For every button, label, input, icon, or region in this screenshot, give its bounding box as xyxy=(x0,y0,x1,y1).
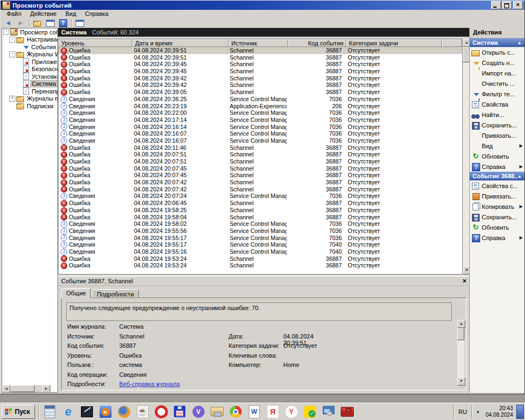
taskbar-icon-java[interactable]: ☕ xyxy=(133,404,152,419)
action-item[interactable]: Сохранить... xyxy=(470,212,524,222)
event-row[interactable]: !Ошибка04.08.2024 20:07:45Schannel36887О… xyxy=(59,172,462,179)
event-row[interactable]: iСведения04.08.2024 19:58:02Service Cont… xyxy=(59,220,462,228)
scroll-thumb[interactable] xyxy=(457,328,464,340)
restore-button[interactable] xyxy=(502,1,512,9)
event-row[interactable]: !Ошибка04.08.2024 20:39:51Schannel36887О… xyxy=(59,47,462,54)
action-item[interactable]: Очистить ... xyxy=(470,78,524,89)
menu-action[interactable]: Действие xyxy=(26,10,60,18)
forward-button[interactable]: ► xyxy=(15,19,26,28)
taskbar-icon-yandex-browser[interactable]: Y xyxy=(282,404,301,419)
action-item[interactable]: Свойства xyxy=(470,99,524,109)
action-item[interactable]: ?Справка▶ xyxy=(470,232,524,243)
scroll-down-button[interactable]: ▼ xyxy=(457,377,465,386)
event-row[interactable]: iСведения04.08.2024 19:55:56Service Cont… xyxy=(59,228,462,235)
event-row[interactable]: iСведения04.08.2024 19:55:17Service Cont… xyxy=(59,235,462,242)
event-row[interactable]: !Ошибка04.08.2024 20:07:51Schannel36887О… xyxy=(59,151,462,158)
event-row[interactable]: !Ошибка04.08.2024 19:58:04Schannel36887О… xyxy=(59,214,462,221)
taskbar-icon-firefox[interactable] xyxy=(115,404,133,419)
tree-item-журналы-window[interactable]: -Журналы Window xyxy=(2,51,57,59)
event-row[interactable]: !Ошибка04.08.2024 20:39:45Schannel36887О… xyxy=(59,61,462,68)
scroll-up-button[interactable]: ▲ xyxy=(457,320,465,328)
column-header-0[interactable]: Уровень xyxy=(59,39,132,47)
column-header-4[interactable]: Категория задачи xyxy=(346,39,442,47)
help-button[interactable]: ? xyxy=(57,19,68,28)
event-row[interactable]: !Ошибка04.08.2024 20:39:51Schannel36887О… xyxy=(59,54,462,61)
taskbar-icon-floppy[interactable] xyxy=(171,404,189,419)
taskbar-icon-chrome[interactable] xyxy=(226,404,245,419)
column-header-2[interactable]: Источник xyxy=(229,39,288,47)
column-header-1[interactable]: Дата и время xyxy=(132,39,229,47)
tree-item-журналы-прилож[interactable]: +Журналы прилож xyxy=(2,95,57,103)
event-row[interactable]: !Ошибка04.08.2024 20:11:46Schannel36887О… xyxy=(59,144,462,151)
collapse-icon[interactable]: - xyxy=(9,51,15,57)
event-row[interactable]: iСведения04.08.2024 20:16:14Service Cont… xyxy=(59,124,462,131)
event-row[interactable]: !Ошибка04.08.2024 20:39:45Schannel36887О… xyxy=(59,68,462,75)
event-row[interactable]: !Ошибка04.08.2024 20:39:42Schannel36887О… xyxy=(59,75,462,82)
expand-icon[interactable]: + xyxy=(9,96,15,102)
taskbar-icon-opera[interactable] xyxy=(152,404,171,419)
tree-item-приложение[interactable]: -Приложение xyxy=(2,58,57,66)
event-row[interactable]: iСведения04.08.2024 20:16:07Service Cont… xyxy=(59,137,462,144)
clock[interactable]: 20:43 04.08.2024 xyxy=(482,405,516,418)
close-button[interactable]: × xyxy=(513,1,523,9)
taskbar-icon-printer-folder[interactable] xyxy=(208,404,226,419)
event-row[interactable]: iСведения04.08.2024 19:55:17Service Cont… xyxy=(59,241,462,248)
tree-item-настраиваемые-п[interactable]: -Настраиваемые п xyxy=(2,36,57,44)
show-action-pane-button[interactable] xyxy=(74,19,85,28)
tree-item-установка[interactable]: -Установка xyxy=(2,73,57,80)
taskbar-icon-toolbox[interactable] xyxy=(338,404,357,419)
menu-help[interactable]: Справка xyxy=(81,10,112,18)
action-item[interactable]: ↻Обновить xyxy=(470,222,524,232)
taskbar-icon-2gis[interactable] xyxy=(301,404,319,419)
tree-horizontal-scrollbar[interactable]: ◄ ► xyxy=(2,385,50,392)
tab-general[interactable]: Общие xyxy=(61,288,91,298)
action-item[interactable]: Открыть с... xyxy=(470,47,524,57)
event-row[interactable]: !Ошибка04.08.2024 20:06:45Schannel36887О… xyxy=(59,200,462,207)
collapse-section-icon[interactable]: ▲ xyxy=(517,174,522,179)
event-row[interactable]: iСведения04.08.2024 20:36:25Service Cont… xyxy=(59,96,462,103)
event-row[interactable]: !Ошибка04.08.2024 20:39:42Schannel36887О… xyxy=(59,81,462,89)
action-item[interactable]: Копировать▶ xyxy=(470,201,524,212)
event-row[interactable]: iСведения04.08.2024 20:22:00Service Cont… xyxy=(59,109,462,116)
taskbar-icon-calculator[interactable] xyxy=(40,404,59,419)
show-console-tree-button[interactable] xyxy=(45,19,56,28)
scroll-right-button[interactable]: ► xyxy=(42,385,50,393)
event-row[interactable]: !Ошибка04.08.2024 19:53:24Schannel36887О… xyxy=(59,262,462,269)
event-row[interactable]: !Ошибка04.08.2024 19:58:25Schannel36887О… xyxy=(59,207,462,214)
action-section-header[interactable]: Событие 3688...▲ xyxy=(470,172,524,180)
action-item[interactable]: ↻Обновить xyxy=(470,151,524,161)
taskbar-icon-yandex[interactable]: Я xyxy=(264,404,282,419)
tree-item-перенаправл[interactable]: -Перенаправл xyxy=(2,88,57,95)
collapse-icon[interactable]: - xyxy=(9,37,15,43)
action-item[interactable]: Найти... xyxy=(470,109,524,120)
taskbar-icon-media-app[interactable] xyxy=(78,404,96,419)
show-desktop-button[interactable] xyxy=(516,405,524,419)
tree-item-подписки[interactable]: -Подписки xyxy=(2,102,57,110)
menu-view[interactable]: Вид xyxy=(61,10,80,18)
event-row[interactable]: iСведения04.08.2024 20:17:14Service Cont… xyxy=(59,116,462,124)
tree-item-просмотр-событий-л[interactable]: -Просмотр событий (Л xyxy=(2,28,57,36)
event-row[interactable]: !Ошибка04.08.2024 20:39:05Schannel36887О… xyxy=(59,89,462,96)
start-button[interactable]: Пуск xyxy=(2,405,35,419)
event-row[interactable]: iСведения04.08.2024 20:07:24Service Cont… xyxy=(59,192,462,200)
tree-item-события-упр[interactable]: -События упр xyxy=(2,43,57,51)
language-indicator[interactable]: RU xyxy=(456,407,470,416)
event-row[interactable]: !Ошибка04.08.2024 20:07:42Schannel36887О… xyxy=(59,179,462,186)
collapse-icon[interactable]: - xyxy=(3,29,9,35)
taskbar-icon-word[interactable]: W xyxy=(245,404,264,419)
close-preview-icon[interactable]: × xyxy=(463,277,466,285)
back-button[interactable]: ◄ xyxy=(3,19,14,28)
action-item[interactable]: Импорт на... xyxy=(470,68,524,78)
action-section-header[interactable]: Система▲ xyxy=(470,38,524,47)
action-item[interactable]: Создать н... xyxy=(470,57,524,68)
tree-item-безопасность[interactable]: -Безопасность xyxy=(2,66,57,73)
open-saved-log-button[interactable] xyxy=(32,19,43,28)
event-row[interactable]: !Ошибка04.08.2024 20:07:45Schannel36887О… xyxy=(59,165,462,172)
event-row[interactable]: !Ошибка04.08.2024 20:07:51Schannel36887О… xyxy=(59,158,462,165)
action-item[interactable]: Свойства с... xyxy=(470,180,524,191)
collapse-section-icon[interactable]: ▲ xyxy=(517,40,522,45)
column-header-3[interactable]: Код события xyxy=(288,39,346,47)
event-row[interactable]: !Ошибка04.08.2024 20:07:42Schannel36887О… xyxy=(59,186,462,193)
action-item[interactable]: Фильтр те... xyxy=(470,89,524,99)
weblog-help-link[interactable]: Веб-справка журнала xyxy=(119,381,201,390)
